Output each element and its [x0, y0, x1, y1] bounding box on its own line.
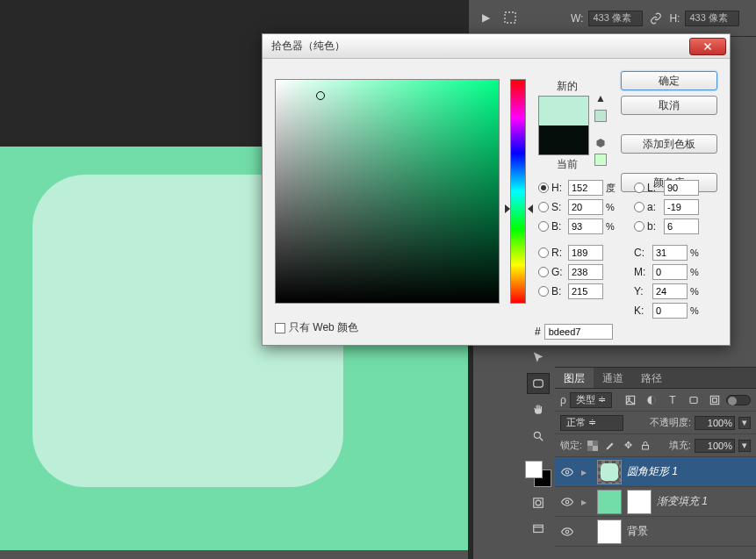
layer-name[interactable]: 背景: [627, 524, 648, 539]
filter-pixel-icon[interactable]: [623, 392, 638, 408]
add-swatch-button[interactable]: 添加到色板: [621, 134, 717, 154]
radio-s[interactable]: [538, 202, 549, 212]
m-input[interactable]: [652, 264, 688, 280]
svg-rect-13: [713, 398, 717, 402]
lock-transparent-icon[interactable]: [586, 439, 600, 453]
fill-dropdown[interactable]: ▾: [738, 440, 751, 452]
svg-point-9: [628, 398, 630, 399]
hue-slider[interactable]: [510, 79, 526, 304]
opacity-input[interactable]: [695, 416, 735, 430]
visibility-toggle-icon[interactable]: [558, 526, 576, 538]
radio-bc[interactable]: [538, 286, 549, 297]
web-only-checkbox[interactable]: [275, 323, 285, 333]
opacity-label: 不透明度:: [650, 416, 691, 429]
visibility-toggle-icon[interactable]: [558, 466, 576, 478]
close-button[interactable]: [689, 38, 726, 55]
y-input[interactable]: [652, 283, 688, 299]
filter-shape-icon[interactable]: [686, 392, 702, 408]
svg-rect-6: [534, 525, 544, 532]
foreground-background-swatches[interactable]: [525, 461, 551, 487]
opacity-dropdown[interactable]: ▾: [738, 417, 751, 429]
tab-layers[interactable]: 图层: [555, 368, 594, 388]
screen-mode-icon[interactable]: [527, 519, 550, 540]
l-input[interactable]: [664, 180, 699, 196]
lock-pixels-icon[interactable]: [603, 439, 617, 453]
fill-input[interactable]: [695, 439, 735, 453]
filter-adjust-icon[interactable]: [644, 392, 659, 408]
dialog-title: 拾色器（纯色）: [271, 39, 345, 54]
svg-rect-0: [505, 12, 515, 23]
hex-input[interactable]: [544, 324, 613, 340]
filter-toggle[interactable]: [726, 395, 751, 405]
hand-tool-icon[interactable]: [527, 399, 550, 420]
foreground-color-swatch[interactable]: [525, 461, 543, 478]
svg-point-2: [534, 432, 540, 438]
layer-background[interactable]: 背景: [555, 517, 756, 547]
r-input[interactable]: [568, 245, 603, 261]
lock-all-icon[interactable]: [638, 439, 652, 453]
blue-input[interactable]: [568, 283, 603, 299]
k-input[interactable]: [652, 303, 688, 319]
tab-channels[interactable]: 通道: [594, 368, 632, 388]
radio-g[interactable]: [538, 267, 549, 277]
radio-r[interactable]: [538, 247, 549, 258]
expand-icon[interactable]: ▸: [581, 466, 592, 478]
quick-mask-icon[interactable]: [527, 492, 550, 513]
s-input[interactable]: [568, 199, 603, 215]
c-input[interactable]: [652, 245, 688, 261]
radio-h[interactable]: [538, 183, 549, 193]
blend-mode-select[interactable]: 正常 ≑: [560, 415, 623, 431]
layer-thumbnail[interactable]: [597, 460, 622, 484]
filter-type-icon[interactable]: T: [665, 392, 680, 408]
svg-point-5: [536, 500, 541, 505]
gamut-warning-icon[interactable]: ▲: [594, 92, 607, 104]
g-input[interactable]: [568, 264, 603, 280]
b2-input[interactable]: [664, 219, 699, 234]
layer-gradient-fill[interactable]: ▸ 渐变填充 1: [555, 487, 756, 517]
svg-rect-17: [643, 445, 649, 449]
rounded-rect-tool-icon[interactable]: [527, 373, 550, 394]
h-input[interactable]: [568, 180, 603, 196]
link-icon[interactable]: [648, 11, 664, 26]
layer-name[interactable]: 圆角矩形 1: [627, 464, 678, 479]
radio-l[interactable]: [634, 183, 644, 193]
ok-button[interactable]: 确定: [621, 71, 717, 90]
color-preview[interactable]: [538, 96, 589, 155]
expand-icon[interactable]: ▸: [581, 496, 592, 508]
dialog-titlebar[interactable]: 拾色器（纯色）: [263, 34, 730, 59]
layer-thumbnail[interactable]: [597, 520, 622, 544]
layer-mask-thumbnail[interactable]: [627, 490, 652, 514]
a-input[interactable]: [664, 199, 699, 215]
websafe-warning-icon[interactable]: [594, 138, 607, 148]
cancel-button[interactable]: 取消: [621, 96, 717, 115]
width-label: W:: [571, 12, 583, 25]
layers-panel: 图层 通道 路径 ρ 类型 ≑ T 正常 ≑ 不透明度: ▾ 锁定: ✥ 填充:…: [555, 367, 756, 559]
radio-a[interactable]: [634, 202, 644, 212]
svg-point-20: [565, 530, 569, 534]
play-icon[interactable]: ▶: [475, 7, 496, 28]
tab-paths[interactable]: 路径: [632, 368, 671, 388]
filter-smart-icon[interactable]: [707, 392, 723, 408]
layer-name[interactable]: 渐变填充 1: [657, 494, 708, 509]
pointer-tool-icon[interactable]: [527, 347, 550, 368]
preview-current-color[interactable]: [539, 125, 588, 154]
lock-position-icon[interactable]: ✥: [621, 439, 635, 453]
lock-label: 锁定:: [560, 439, 582, 452]
layer-thumbnail[interactable]: [597, 490, 622, 514]
gamut-swatch[interactable]: [594, 110, 607, 122]
width-input[interactable]: [588, 11, 643, 26]
radio-b[interactable]: [538, 221, 549, 232]
saturation-value-field[interactable]: [275, 79, 500, 304]
layer-rounded-rect[interactable]: ▸ 圆角矩形 1: [555, 457, 756, 487]
height-input[interactable]: [685, 11, 739, 26]
zoom-tool-icon[interactable]: [527, 426, 550, 447]
sv-marker: [316, 91, 325, 100]
svg-rect-4: [534, 498, 544, 508]
filter-type-select[interactable]: 类型 ≑: [570, 392, 612, 408]
radio-b2[interactable]: [634, 221, 644, 232]
b-input[interactable]: [568, 219, 603, 234]
marquee-icon[interactable]: [500, 7, 521, 28]
visibility-toggle-icon[interactable]: [558, 496, 576, 508]
websafe-swatch[interactable]: [594, 154, 607, 166]
fill-label: 填充:: [669, 439, 691, 452]
